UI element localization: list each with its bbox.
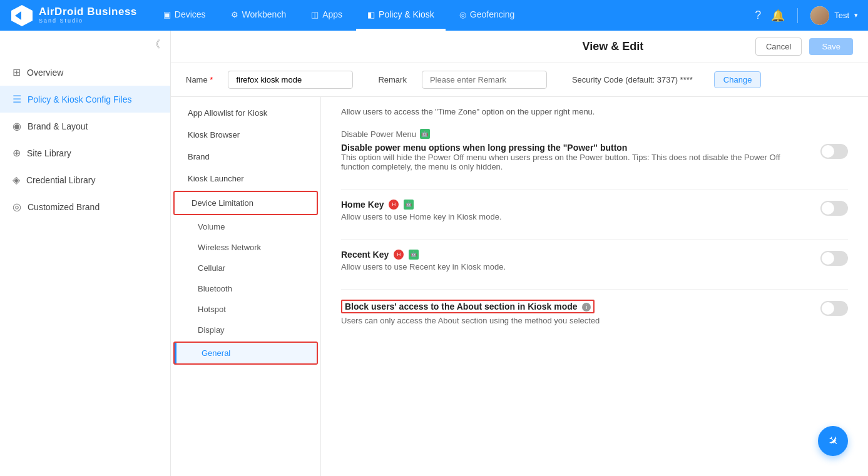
menu-display[interactable]: Display	[171, 320, 320, 340]
block-about-left: Block users' access to the About section…	[341, 300, 820, 325]
recent-key-toggle[interactable]	[820, 251, 848, 266]
recent-key-row: Recent Key H 🤖 Allow users to use Recent…	[341, 250, 848, 271]
disable-power-menu-desc: This option will hide the Power Off menu…	[341, 153, 808, 171]
menu-wireless-network[interactable]: Wireless Network	[171, 237, 320, 258]
android-icon-recent: 🤖	[409, 250, 419, 260]
block-about-title: Block users' access to the About section…	[345, 301, 578, 311]
sidebar-item-overview[interactable]: ⊞ Overview	[0, 59, 170, 86]
disable-power-menu-toggle[interactable]	[820, 144, 848, 159]
home-key-block: Home Key H 🤖 Allow users to use Home key…	[341, 200, 848, 221]
disable-power-menu-row: Disable power menu options when long pre…	[341, 143, 848, 171]
right-content: Allow users to access the "Time Zone" op…	[321, 97, 868, 476]
policy-kiosk-icon: ☰	[13, 93, 21, 105]
sidebar-item-credential-library[interactable]: ◈ Credential Library	[0, 166, 170, 193]
main-area: View & Edit Cancel Save Name * Remark Se…	[171, 31, 868, 476]
nav-items: ▣ Devices ⚙ Workbench ◫ Apps ◧ Policy & …	[152, 0, 755, 31]
block-about-info-icon[interactable]: i	[582, 303, 591, 311]
remark-input[interactable]	[422, 71, 547, 89]
block-about-highlight: Block users' access to the About section…	[341, 300, 595, 313]
block-about-row: Block users' access to the About section…	[341, 300, 848, 325]
app-layout: 《 ⊞ Overview ☰ Policy & Kiosk Config Fil…	[0, 31, 868, 476]
customized-brand-icon: ◎	[13, 201, 21, 213]
brand-layout-icon: ◉	[13, 120, 21, 132]
disable-power-menu-section: Disable Power Menu 🤖	[341, 129, 848, 139]
nav-workbench[interactable]: ⚙ Workbench	[220, 0, 298, 31]
menu-cellular[interactable]: Cellular	[171, 258, 320, 278]
timezone-text: Allow users to access the "Time Zone" op…	[341, 107, 848, 116]
block-about-desc: Users can only access the About section …	[341, 316, 808, 325]
user-dropdown-icon: ▾	[854, 11, 858, 19]
nav-right-actions: ? 🔔 Test ▾	[755, 6, 858, 25]
home-key-desc: Allow users to use Home key in Kiosk mod…	[341, 212, 808, 221]
sidebar-item-site-library[interactable]: ⊕ Site Library	[0, 139, 170, 166]
app-logo[interactable]: AirDroid Business Sand Studio	[10, 4, 137, 28]
disable-power-menu-title: Disable power menu options when long pre…	[341, 143, 808, 153]
menu-bluetooth[interactable]: Bluetooth	[171, 278, 320, 299]
huawei-icon-recent: H	[394, 250, 404, 260]
menu-kiosk-launcher[interactable]: Kiosk Launcher	[171, 168, 320, 190]
save-button[interactable]: Save	[809, 38, 853, 55]
credential-library-icon: ◈	[13, 174, 20, 186]
android-icon-power: 🤖	[420, 129, 430, 139]
recent-key-header: Recent Key H 🤖	[341, 250, 808, 260]
home-key-row: Home Key H 🤖 Allow users to use Home key…	[341, 200, 848, 221]
nav-geofencing[interactable]: ◎ Geofencing	[448, 0, 526, 31]
form-row: Name * Remark Security Code (default: 37…	[171, 63, 868, 97]
notifications-icon[interactable]: 🔔	[771, 9, 785, 23]
site-library-icon: ⊕	[13, 147, 21, 159]
sidebar-item-customized-brand[interactable]: ◎ Customized Brand	[0, 193, 170, 220]
nav-policy-kiosk[interactable]: ◧ Policy & Kiosk	[356, 0, 446, 31]
sidebar-item-policy-kiosk-config[interactable]: ☰ Policy & Kiosk Config Files	[0, 86, 170, 113]
sidebar-item-brand-layout[interactable]: ◉ Brand & Layout	[0, 113, 170, 139]
recent-key-left: Recent Key H 🤖 Allow users to use Recent…	[341, 250, 820, 271]
home-key-header: Home Key H 🤖	[341, 200, 808, 210]
huawei-icon-home: H	[389, 200, 399, 210]
menu-volume[interactable]: Volume	[171, 216, 320, 237]
name-input[interactable]	[228, 71, 353, 89]
disable-power-menu-label: Disable Power Menu	[341, 129, 416, 139]
menu-hotspot[interactable]: Hotspot	[171, 299, 320, 320]
block-about-block: Block users' access to the About section…	[341, 300, 848, 325]
user-menu[interactable]: Test ▾	[810, 6, 858, 25]
name-label: Name *	[186, 75, 213, 84]
disable-power-menu-block: Disable Power Menu 🤖 Disable power menu …	[341, 129, 848, 171]
device-limitation-highlight-box: Device Limitation	[173, 191, 318, 215]
menu-general[interactable]: General	[175, 343, 317, 363]
sidebar-collapse-button[interactable]: 《	[0, 31, 170, 59]
cancel-button[interactable]: Cancel	[755, 38, 802, 56]
left-menu: App Allowlist for Kiosk Kiosk Browser Br…	[171, 97, 321, 476]
overview-icon: ⊞	[13, 66, 21, 78]
change-button[interactable]: Change	[714, 71, 762, 88]
svg-marker-0	[11, 5, 33, 26]
header-actions: Cancel Save	[755, 38, 853, 56]
block-about-header: Block users' access to the About section…	[341, 300, 808, 313]
nav-divider	[797, 8, 798, 23]
fab-button[interactable]: ✈	[818, 426, 848, 456]
page-title: View & Edit	[471, 40, 755, 53]
nav-devices[interactable]: ▣ Devices	[152, 0, 217, 31]
top-navigation: AirDroid Business Sand Studio ▣ Devices …	[0, 0, 868, 31]
view-edit-header: View & Edit Cancel Save	[171, 31, 868, 63]
menu-kiosk-browser[interactable]: Kiosk Browser	[171, 124, 320, 146]
content-area: App Allowlist for Kiosk Kiosk Browser Br…	[171, 97, 868, 476]
required-indicator: *	[210, 75, 213, 84]
android-icon-home: 🤖	[404, 200, 414, 210]
menu-brand[interactable]: Brand	[171, 146, 320, 168]
security-code-label: Security Code (default: 3737) ****	[572, 75, 693, 84]
avatar	[810, 6, 829, 25]
username-label: Test	[834, 11, 849, 20]
general-highlight-box: General	[173, 342, 318, 365]
disable-power-menu-left: Disable power menu options when long pre…	[341, 143, 820, 171]
menu-device-limitation[interactable]: Device Limitation	[175, 192, 317, 214]
menu-app-allowlist[interactable]: App Allowlist for Kiosk	[171, 102, 320, 124]
logo-subtitle: Sand Studio	[39, 18, 137, 24]
divider-1	[341, 189, 848, 190]
nav-apps[interactable]: ◫ Apps	[300, 0, 354, 31]
remark-label: Remark	[378, 75, 407, 84]
home-key-toggle[interactable]	[820, 201, 848, 216]
block-about-toggle[interactable]	[820, 301, 848, 316]
divider-2	[341, 239, 848, 240]
help-icon[interactable]: ?	[755, 9, 761, 22]
fab-icon: ✈	[824, 432, 842, 450]
home-key-left: Home Key H 🤖 Allow users to use Home key…	[341, 200, 820, 221]
